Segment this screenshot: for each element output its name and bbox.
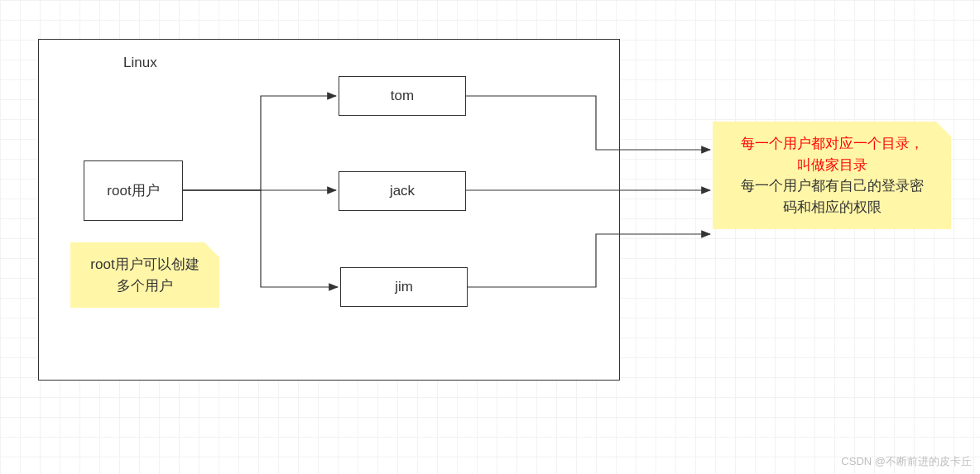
note-right-red2: 叫做家目录 xyxy=(723,155,941,176)
note-root-line1: root用户可以创建 xyxy=(90,256,199,272)
note-right: 每一个用户都对应一个目录， 叫做家目录 每一个用户都有自己的登录密 码和相应的权… xyxy=(713,122,951,229)
user-label: jim xyxy=(395,279,413,295)
watermark-text: CSDN @不断前进的皮卡丘 xyxy=(841,454,972,469)
user-box-jack: jack xyxy=(339,171,466,211)
root-user-label: root用户 xyxy=(107,181,159,200)
note-right-red1: 每一个用户都对应一个目录， xyxy=(723,133,941,155)
note-right-black1: 每一个用户都有自己的登录密 xyxy=(723,175,941,197)
user-label: jack xyxy=(390,183,415,199)
user-box-tom: tom xyxy=(339,76,466,116)
note-root: root用户可以创建 多个用户 xyxy=(70,242,219,308)
linux-title: Linux xyxy=(123,55,157,71)
root-user-box: root用户 xyxy=(84,160,183,221)
user-box-jim: jim xyxy=(340,267,468,307)
user-label: tom xyxy=(391,88,414,104)
note-right-black2: 码和相应的权限 xyxy=(723,197,941,218)
note-root-line2: 多个用户 xyxy=(117,278,173,294)
